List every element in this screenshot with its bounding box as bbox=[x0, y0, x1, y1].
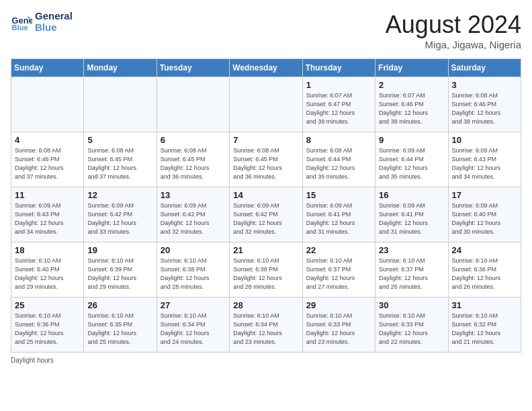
day-info: Sunrise: 6:08 AM Sunset: 6:45 PM Dayligh… bbox=[87, 146, 152, 181]
day-number: 4 bbox=[15, 135, 80, 145]
day-number: 7 bbox=[233, 135, 298, 145]
day-info: Sunrise: 6:10 AM Sunset: 6:38 PM Dayligh… bbox=[233, 257, 298, 291]
day-info: Sunrise: 6:08 AM Sunset: 6:44 PM Dayligh… bbox=[306, 146, 371, 181]
cell-5-4: 28Sunrise: 6:10 AM Sunset: 6:34 PM Dayli… bbox=[230, 298, 302, 353]
cell-3-7: 17Sunrise: 6:09 AM Sunset: 6:40 PM Dayli… bbox=[448, 187, 521, 242]
cell-4-6: 23Sunrise: 6:10 AM Sunset: 6:37 PM Dayli… bbox=[375, 242, 448, 298]
cell-2-2: 5Sunrise: 6:08 AM Sunset: 6:45 PM Daylig… bbox=[84, 132, 157, 187]
day-number: 29 bbox=[306, 300, 371, 310]
svg-text:Blue: Blue bbox=[12, 24, 28, 32]
cell-3-4: 14Sunrise: 6:09 AM Sunset: 6:42 PM Dayli… bbox=[230, 187, 302, 242]
col-header-wednesday: Wednesday bbox=[230, 59, 302, 77]
cell-1-6: 2Sunrise: 6:07 AM Sunset: 6:46 PM Daylig… bbox=[375, 77, 448, 132]
day-info: Sunrise: 6:07 AM Sunset: 6:46 PM Dayligh… bbox=[379, 91, 444, 126]
day-info: Sunrise: 6:10 AM Sunset: 6:33 PM Dayligh… bbox=[379, 312, 444, 347]
day-info: Sunrise: 6:08 AM Sunset: 6:45 PM Dayligh… bbox=[233, 146, 298, 181]
day-number: 28 bbox=[233, 300, 298, 310]
day-info: Sunrise: 6:10 AM Sunset: 6:40 PM Dayligh… bbox=[15, 257, 80, 291]
day-number: 17 bbox=[452, 190, 517, 200]
calendar-title: August 2024 bbox=[386, 11, 521, 39]
day-info: Sunrise: 6:09 AM Sunset: 6:42 PM Dayligh… bbox=[87, 201, 152, 236]
day-number: 24 bbox=[452, 245, 517, 255]
col-header-friday: Friday bbox=[375, 59, 448, 77]
cell-3-3: 13Sunrise: 6:09 AM Sunset: 6:42 PM Dayli… bbox=[157, 187, 229, 242]
day-info: Sunrise: 6:10 AM Sunset: 6:36 PM Dayligh… bbox=[15, 312, 80, 347]
week-row-5: 25Sunrise: 6:10 AM Sunset: 6:36 PM Dayli… bbox=[11, 298, 521, 353]
cell-5-6: 30Sunrise: 6:10 AM Sunset: 6:33 PM Dayli… bbox=[375, 298, 448, 353]
col-header-saturday: Saturday bbox=[448, 59, 521, 77]
cell-3-5: 15Sunrise: 6:09 AM Sunset: 6:41 PM Dayli… bbox=[302, 187, 375, 242]
page-header: General Blue General Blue August 2024 Mi… bbox=[11, 11, 521, 50]
day-number: 2 bbox=[379, 80, 444, 90]
day-info: Sunrise: 6:10 AM Sunset: 6:35 PM Dayligh… bbox=[87, 312, 152, 347]
logo-line1: General bbox=[35, 11, 73, 22]
cell-3-6: 16Sunrise: 6:09 AM Sunset: 6:41 PM Dayli… bbox=[375, 187, 448, 242]
cell-1-5: 1Sunrise: 6:07 AM Sunset: 6:47 PM Daylig… bbox=[302, 77, 375, 132]
day-number: 12 bbox=[87, 190, 152, 200]
day-number: 3 bbox=[452, 80, 517, 90]
day-info: Sunrise: 6:10 AM Sunset: 6:36 PM Dayligh… bbox=[452, 257, 517, 291]
week-row-2: 4Sunrise: 6:08 AM Sunset: 6:46 PM Daylig… bbox=[11, 132, 521, 187]
day-number: 25 bbox=[15, 300, 80, 310]
day-number: 21 bbox=[233, 245, 298, 255]
footer: Daylight hours bbox=[11, 357, 521, 364]
day-number: 23 bbox=[379, 245, 444, 255]
day-number: 9 bbox=[379, 135, 444, 145]
cell-1-7: 3Sunrise: 6:08 AM Sunset: 6:46 PM Daylig… bbox=[448, 77, 521, 132]
day-info: Sunrise: 6:10 AM Sunset: 6:38 PM Dayligh… bbox=[161, 257, 226, 291]
day-info: Sunrise: 6:08 AM Sunset: 6:46 PM Dayligh… bbox=[15, 146, 80, 181]
day-info: Sunrise: 6:09 AM Sunset: 6:43 PM Dayligh… bbox=[15, 201, 80, 236]
day-number: 30 bbox=[379, 300, 444, 310]
day-info: Sunrise: 6:08 AM Sunset: 6:46 PM Dayligh… bbox=[452, 91, 517, 126]
day-info: Sunrise: 6:09 AM Sunset: 6:41 PM Dayligh… bbox=[306, 201, 371, 236]
day-info: Sunrise: 6:09 AM Sunset: 6:40 PM Dayligh… bbox=[452, 201, 517, 236]
day-number: 5 bbox=[87, 135, 152, 145]
day-number: 15 bbox=[306, 190, 371, 200]
cell-1-3 bbox=[157, 77, 229, 132]
day-info: Sunrise: 6:09 AM Sunset: 6:42 PM Dayligh… bbox=[233, 201, 298, 236]
cell-5-1: 25Sunrise: 6:10 AM Sunset: 6:36 PM Dayli… bbox=[11, 298, 84, 353]
day-info: Sunrise: 6:10 AM Sunset: 6:39 PM Dayligh… bbox=[87, 257, 152, 291]
day-number: 27 bbox=[161, 300, 226, 310]
cell-4-1: 18Sunrise: 6:10 AM Sunset: 6:40 PM Dayli… bbox=[11, 242, 84, 298]
cell-1-4 bbox=[230, 77, 302, 132]
day-number: 31 bbox=[452, 300, 517, 310]
cell-2-4: 7Sunrise: 6:08 AM Sunset: 6:45 PM Daylig… bbox=[230, 132, 302, 187]
cell-4-5: 22Sunrise: 6:10 AM Sunset: 6:37 PM Dayli… bbox=[302, 242, 375, 298]
footer-text: Daylight hours bbox=[11, 357, 54, 364]
logo: General Blue General Blue bbox=[11, 11, 73, 33]
cell-5-2: 26Sunrise: 6:10 AM Sunset: 6:35 PM Dayli… bbox=[84, 298, 157, 353]
day-number: 11 bbox=[15, 190, 80, 200]
day-number: 1 bbox=[306, 80, 371, 90]
day-number: 18 bbox=[15, 245, 80, 255]
day-info: Sunrise: 6:10 AM Sunset: 6:32 PM Dayligh… bbox=[452, 312, 517, 347]
calendar-table: SundayMondayTuesdayWednesdayThursdayFrid… bbox=[11, 58, 521, 353]
cell-5-7: 31Sunrise: 6:10 AM Sunset: 6:32 PM Dayli… bbox=[448, 298, 521, 353]
day-info: Sunrise: 6:09 AM Sunset: 6:44 PM Dayligh… bbox=[379, 146, 444, 181]
day-info: Sunrise: 6:09 AM Sunset: 6:41 PM Dayligh… bbox=[379, 201, 444, 236]
cell-4-2: 19Sunrise: 6:10 AM Sunset: 6:39 PM Dayli… bbox=[84, 242, 157, 298]
day-number: 6 bbox=[161, 135, 226, 145]
title-block: August 2024 Miga, Jigawa, Nigeria bbox=[386, 11, 521, 50]
day-info: Sunrise: 6:07 AM Sunset: 6:47 PM Dayligh… bbox=[306, 91, 371, 126]
day-info: Sunrise: 6:10 AM Sunset: 6:34 PM Dayligh… bbox=[161, 312, 226, 347]
day-number: 22 bbox=[306, 245, 371, 255]
day-info: Sunrise: 6:10 AM Sunset: 6:34 PM Dayligh… bbox=[233, 312, 298, 347]
cell-4-4: 21Sunrise: 6:10 AM Sunset: 6:38 PM Dayli… bbox=[230, 242, 302, 298]
cell-2-7: 10Sunrise: 6:09 AM Sunset: 6:43 PM Dayli… bbox=[448, 132, 521, 187]
col-header-tuesday: Tuesday bbox=[157, 59, 229, 77]
cell-5-3: 27Sunrise: 6:10 AM Sunset: 6:34 PM Dayli… bbox=[157, 298, 229, 353]
cell-3-2: 12Sunrise: 6:09 AM Sunset: 6:42 PM Dayli… bbox=[84, 187, 157, 242]
day-number: 20 bbox=[161, 245, 226, 255]
day-info: Sunrise: 6:08 AM Sunset: 6:45 PM Dayligh… bbox=[161, 146, 226, 181]
header-row: SundayMondayTuesdayWednesdayThursdayFrid… bbox=[11, 59, 521, 77]
day-info: Sunrise: 6:10 AM Sunset: 6:37 PM Dayligh… bbox=[306, 257, 371, 291]
cell-2-1: 4Sunrise: 6:08 AM Sunset: 6:46 PM Daylig… bbox=[11, 132, 84, 187]
day-info: Sunrise: 6:10 AM Sunset: 6:37 PM Dayligh… bbox=[379, 257, 444, 291]
day-number: 19 bbox=[87, 245, 152, 255]
logo-icon: General Blue bbox=[11, 11, 32, 33]
cell-2-3: 6Sunrise: 6:08 AM Sunset: 6:45 PM Daylig… bbox=[157, 132, 229, 187]
day-number: 13 bbox=[161, 190, 226, 200]
cell-1-2 bbox=[84, 77, 157, 132]
calendar-subtitle: Miga, Jigawa, Nigeria bbox=[386, 39, 521, 50]
